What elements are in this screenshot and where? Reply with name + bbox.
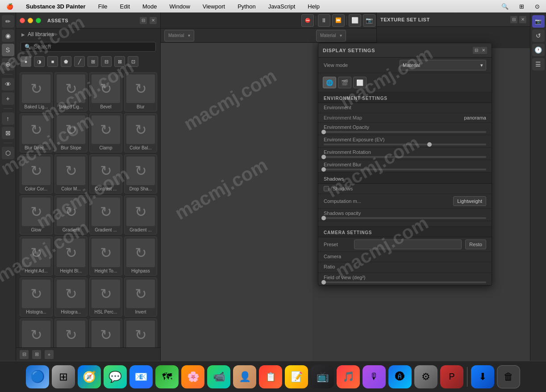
asset-item[interactable]: Gradient ... [89, 195, 122, 235]
dock-systemprefs[interactable]: ⚙ [414, 365, 438, 388]
asset-item[interactable]: Histogra... [20, 277, 53, 317]
library-header[interactable]: ▶ All libraries [16, 29, 160, 40]
dock-podcasts[interactable]: 🎙 [363, 365, 386, 388]
dock-photos[interactable]: 🌸 [181, 365, 204, 388]
asset-item[interactable]: HSL Perc... [89, 277, 122, 317]
env-rotation-slider[interactable] [324, 156, 486, 158]
minimize-button[interactable] [28, 18, 33, 23]
material-dropdown-left[interactable]: Material ▾ [164, 30, 194, 41]
asset-item[interactable]: Baked Lig... [54, 72, 88, 111]
shadows-opacity-slider[interactable] [324, 217, 486, 219]
assets-close-btn[interactable]: ✕ [150, 17, 157, 24]
asset-item[interactable]: Highpass [124, 236, 157, 276]
tc-pause[interactable]: ⏸ [318, 14, 330, 27]
tool-eraser[interactable]: ◉ [2, 29, 14, 42]
assets-float-btn[interactable]: ⊟ [140, 17, 147, 24]
menu-file[interactable]: File [96, 2, 110, 11]
asset-item[interactable]: Height Ad... [20, 236, 53, 276]
view-mode-dropdown[interactable]: Material ▾ [400, 60, 486, 70]
dock-notes[interactable]: 📝 [285, 365, 308, 388]
env-exposure-slider[interactable] [324, 144, 486, 145]
asset-item[interactable]: Drop Sha... [124, 154, 157, 194]
filter-all[interactable]: ● [21, 56, 31, 67]
right-tool-rotate[interactable]: ↺ [532, 29, 545, 42]
dock-mail[interactable]: 📧 [129, 365, 153, 388]
search-bar[interactable]: 🔍 [21, 42, 156, 52]
footer-grid-large[interactable]: ⊞ [32, 350, 41, 359]
search-input[interactable] [34, 44, 152, 50]
tc-camera[interactable]: 📷 [363, 14, 375, 27]
ds-close-btn[interactable]: ✕ [480, 47, 487, 54]
asset-item[interactable]: MatFinish... [124, 318, 157, 347]
filter-circle-half[interactable]: ◑ [34, 56, 45, 67]
dock-appletv[interactable]: 📺 [311, 365, 334, 388]
asset-item[interactable]: Height Bl... [54, 236, 88, 276]
asset-item[interactable]: Clamp [89, 113, 122, 153]
search-menubar-icon[interactable]: 🔍 [499, 2, 511, 11]
menu-viewport[interactable]: Viewport [200, 2, 228, 11]
tc-square[interactable]: ⬜ [349, 14, 361, 27]
asset-item[interactable]: Gradient ... [124, 195, 157, 235]
menu-help[interactable]: Help [305, 2, 322, 11]
right-tool-properties[interactable]: ☰ [532, 58, 545, 70]
right-tool-camera[interactable]: 📷 [532, 15, 545, 28]
asset-item[interactable]: Histogra... [54, 277, 88, 317]
material-dropdown-right[interactable]: Material ▾ [316, 30, 346, 41]
tool-smudge[interactable]: S [2, 44, 14, 56]
filter-grid3[interactable]: ⊠ [114, 56, 125, 67]
dock-downloads[interactable]: ⬇ [471, 365, 494, 388]
asset-item[interactable]: MatFinish... [89, 318, 122, 347]
dock-appstore[interactable]: 🅐 [388, 365, 412, 388]
ds-float-btn[interactable]: ⊟ [473, 47, 480, 54]
apple-menu[interactable]: 🍎 [4, 2, 16, 11]
fov-slider[interactable] [324, 281, 486, 283]
filter-grid1[interactable]: ⊞ [88, 56, 98, 67]
dock-painter[interactable]: P [440, 365, 463, 388]
tool-paint[interactable]: ✏ [2, 15, 14, 28]
dock-trash[interactable]: 🗑 [497, 365, 520, 388]
filter-grid4[interactable]: ⊡ [128, 56, 138, 67]
asset-item[interactable]: Color Bal... [124, 113, 157, 153]
dock-finder[interactable]: 🔵 [26, 365, 49, 388]
dock-reminders[interactable]: 📋 [259, 365, 282, 388]
right-tool-history[interactable]: 🕐 [532, 44, 545, 56]
asset-item[interactable]: Blur Slope [54, 113, 88, 153]
preset-dropdown[interactable] [354, 239, 462, 249]
footer-grid-small[interactable]: ⊟ [20, 350, 29, 359]
asset-item[interactable]: Bevel [89, 72, 122, 111]
tool-view[interactable]: 👁 [2, 78, 14, 91]
asset-item[interactable]: Height To... [89, 236, 122, 276]
menu-javascript[interactable]: JavaScript [266, 2, 298, 11]
tool-transform[interactable]: ↑ [2, 112, 14, 125]
filter-slash[interactable]: ╱ [74, 56, 85, 67]
filter-square[interactable]: ■ [47, 56, 58, 67]
asset-item[interactable]: Baked Lig... [20, 72, 53, 111]
dock-contacts[interactable]: 👤 [233, 365, 256, 388]
account-icon[interactable]: ⊙ [532, 2, 542, 11]
tc-no-camera[interactable]: ⛔ [301, 14, 314, 27]
env-blur-slider[interactable] [324, 169, 486, 170]
dock-safari[interactable]: 🧭 [78, 365, 101, 388]
tool-add-layer[interactable]: + [2, 92, 14, 105]
asset-item[interactable]: Blur [124, 72, 157, 111]
dock-facetime[interactable]: 📹 [207, 365, 230, 388]
dock-maps[interactable]: 🗺 [155, 365, 179, 388]
shadows-checkbox[interactable] [324, 186, 329, 191]
asset-item[interactable]: Color M... [54, 154, 88, 194]
tc-step[interactable]: ⏩ [332, 14, 345, 27]
maximize-button[interactable] [36, 18, 41, 23]
menu-edit[interactable]: Edit [117, 2, 133, 11]
tsp-float-btn[interactable]: ⊟ [510, 16, 517, 23]
asset-item[interactable]: Contrast ... [89, 154, 122, 194]
footer-add[interactable]: + [45, 350, 54, 359]
tsp-close-btn[interactable]: ✕ [519, 16, 526, 23]
asset-item[interactable]: Gradient [54, 195, 88, 235]
ds-tab-env[interactable]: 🌐 [323, 77, 336, 88]
ds-tab-camera[interactable]: 🎬 [338, 77, 351, 88]
menu-python[interactable]: Python [235, 2, 258, 11]
asset-item[interactable]: Color Cor... [20, 154, 53, 194]
asset-item[interactable]: Mask Out... [20, 318, 53, 347]
menu-mode[interactable]: Mode [140, 2, 160, 11]
ds-tab-display[interactable]: ⬜ [353, 77, 367, 88]
dock-messages[interactable]: 💬 [104, 365, 127, 388]
